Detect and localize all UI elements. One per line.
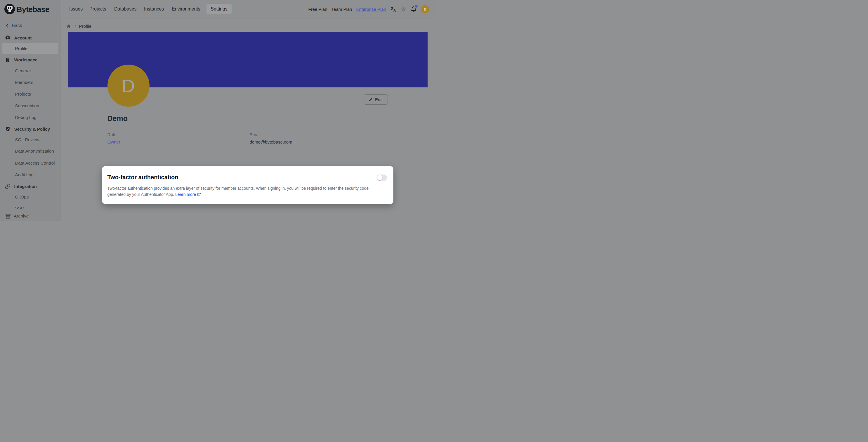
sidebar-item-debug-log[interactable]: Debug Log: [0, 113, 61, 122]
bytebase-logo-icon: [4, 4, 15, 14]
sidebar-scroll[interactable]: Back Account Profile Workspace General M…: [0, 19, 61, 209]
user-circle-icon: [5, 35, 10, 41]
sidebar-section-account: Account: [0, 33, 61, 42]
archive-icon: [5, 213, 11, 219]
sidebar-item-sql-review[interactable]: SQL Review: [0, 135, 61, 144]
back-label: Back: [12, 23, 22, 28]
two-factor-card: Two-factor authentication Two-factor aut…: [102, 166, 394, 204]
learn-more-link[interactable]: Learn more: [175, 192, 196, 197]
chevron-left-icon: [4, 23, 10, 29]
topbar-right-cluster: Free Plan Team Plan Enterprise Plan D: [308, 0, 429, 19]
profile-name: Demo: [107, 114, 128, 123]
free-plan-link[interactable]: Free Plan: [308, 7, 328, 12]
nav-instances[interactable]: Instances: [144, 6, 164, 12]
notifications-button[interactable]: [411, 6, 417, 12]
sidebar-item-archive[interactable]: Archive: [0, 211, 61, 221]
sidebar-item-gitops[interactable]: GitOps: [0, 193, 61, 201]
sidebar: Bytebase Back Account Profile Workspace …: [0, 0, 61, 221]
nav-issues[interactable]: Issues: [69, 6, 83, 12]
sidebar-item-audit-log[interactable]: Audit Log: [0, 170, 61, 179]
back-button[interactable]: Back: [0, 21, 61, 30]
enterprise-plan-link[interactable]: Enterprise Plan: [356, 7, 386, 12]
profile-avatar: D: [107, 65, 150, 107]
sidebar-item-general[interactable]: General: [0, 66, 61, 75]
nav-databases[interactable]: Databases: [114, 6, 137, 12]
home-icon[interactable]: [66, 24, 71, 29]
nav-projects[interactable]: Projects: [89, 6, 106, 12]
logo[interactable]: Bytebase: [0, 0, 61, 19]
team-plan-link[interactable]: Team Plan: [332, 7, 352, 12]
translate-icon[interactable]: [390, 6, 396, 12]
sidebar-item-subscription[interactable]: Subscription: [0, 101, 61, 110]
sidebar-item-profile[interactable]: Profile: [0, 44, 61, 53]
two-factor-description: Two-factor authentication provides an ex…: [107, 185, 369, 198]
user-avatar[interactable]: D: [421, 5, 429, 13]
sidebar-section-integration: Integration: [0, 182, 61, 191]
two-factor-title: Two-factor authentication: [107, 174, 179, 181]
top-navbar: Issues Projects Databases Instances Envi…: [61, 0, 434, 19]
role-value-link[interactable]: Owner: [107, 140, 120, 144]
pencil-icon: [369, 98, 373, 102]
edit-label: Edit: [375, 97, 382, 102]
sidebar-item-members[interactable]: Members: [0, 78, 61, 87]
main-content: Profile D Edit Demo Role Owner Email dem…: [61, 19, 434, 221]
sidebar-item-projects[interactable]: Projects: [0, 89, 61, 98]
shield-check-icon: [5, 126, 10, 132]
role-label: Role: [107, 132, 117, 137]
nav-settings-active[interactable]: Settings: [207, 4, 231, 14]
email-label: Email: [250, 132, 261, 137]
external-link-icon: [197, 193, 201, 196]
sidebar-section-security-policy: Security & Policy: [0, 124, 61, 133]
logo-text: Bytebase: [17, 5, 49, 14]
edit-button[interactable]: Edit: [364, 94, 388, 105]
breadcrumb-chevron-icon: [74, 25, 78, 28]
notification-badge-dot: [415, 5, 417, 8]
building-icon: [5, 57, 10, 63]
sidebar-item-data-access-control[interactable]: Data Access Control: [0, 159, 61, 168]
sidebar-item-data-anonymization[interactable]: Data Anonymization: [0, 147, 61, 155]
toggle-knob: [377, 175, 382, 180]
sidebar-item-sso[interactable]: SSO: [0, 204, 61, 209]
nav-environments[interactable]: Environments: [172, 6, 200, 12]
email-value: demo@bytebase.com: [250, 140, 292, 144]
bug-report-icon[interactable]: [400, 6, 407, 12]
link-icon: [5, 184, 10, 189]
breadcrumb-current[interactable]: Profile: [79, 24, 92, 29]
two-factor-toggle[interactable]: [376, 175, 387, 181]
sidebar-section-workspace: Workspace: [0, 56, 61, 64]
